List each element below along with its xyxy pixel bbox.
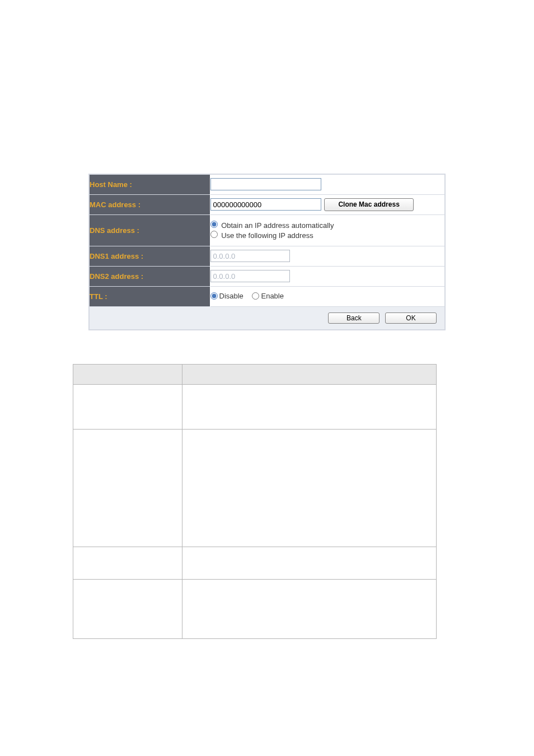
dns-manual-radio[interactable] (210, 231, 218, 238)
ttl-label: TTL : (89, 286, 210, 306)
dns-manual-label: Use the following IP address (221, 231, 313, 240)
dns2-input[interactable] (210, 270, 290, 282)
dns-manual-option[interactable]: Use the following IP address (210, 231, 445, 240)
ttl-disable-label: Disable (219, 292, 243, 300)
desc-header-row (73, 364, 437, 384)
dns1-input[interactable] (210, 250, 290, 262)
host-name-row: Host Name : (89, 174, 445, 194)
footer-row: Back OK (89, 306, 445, 330)
desc-desc-cell (182, 429, 437, 547)
clone-mac-button[interactable]: Clone Mac address (324, 198, 414, 211)
desc-row (73, 384, 437, 429)
network-config-table: Host Name : MAC address : Clone Mac addr… (88, 174, 446, 330)
dns-address-row: DNS address : Obtain an IP address autom… (89, 214, 445, 246)
ttl-row: TTL : Disable Enable (89, 286, 445, 306)
ok-button[interactable]: OK (385, 312, 437, 324)
dns-auto-label: Obtain an IP address automatically (221, 221, 334, 230)
ttl-enable-label: Enable (261, 292, 283, 300)
mac-address-input[interactable] (210, 198, 321, 211)
desc-desc-cell (182, 384, 437, 429)
dns1-label: DNS1 address : (89, 246, 210, 266)
host-name-input[interactable] (210, 178, 321, 190)
back-button[interactable]: Back (328, 312, 380, 324)
mac-address-row: MAC address : Clone Mac address (89, 194, 445, 214)
description-table (73, 364, 437, 639)
desc-param-cell (73, 384, 182, 429)
desc-row (73, 547, 437, 579)
dns1-row: DNS1 address : (89, 246, 445, 266)
desc-header-desc (182, 364, 437, 384)
desc-param-cell (73, 429, 182, 547)
desc-desc-cell (182, 547, 437, 579)
host-name-label: Host Name : (89, 174, 210, 194)
desc-param-cell (73, 579, 182, 638)
dns-auto-option[interactable]: Obtain an IP address automatically (210, 221, 445, 230)
dns2-label: DNS2 address : (89, 266, 210, 286)
desc-header-param (73, 364, 182, 384)
ttl-enable-option[interactable]: Enable (252, 292, 283, 300)
dns-auto-radio[interactable] (210, 221, 218, 228)
ttl-disable-radio[interactable] (210, 292, 218, 300)
desc-row (73, 429, 437, 547)
ttl-enable-radio[interactable] (252, 292, 259, 300)
desc-row (73, 579, 437, 638)
desc-desc-cell (182, 579, 437, 638)
ttl-disable-option[interactable]: Disable (210, 292, 243, 300)
desc-param-cell (73, 547, 182, 579)
dns-address-label: DNS address : (89, 214, 210, 246)
dns2-row: DNS2 address : (89, 266, 445, 286)
mac-address-label: MAC address : (89, 194, 210, 214)
